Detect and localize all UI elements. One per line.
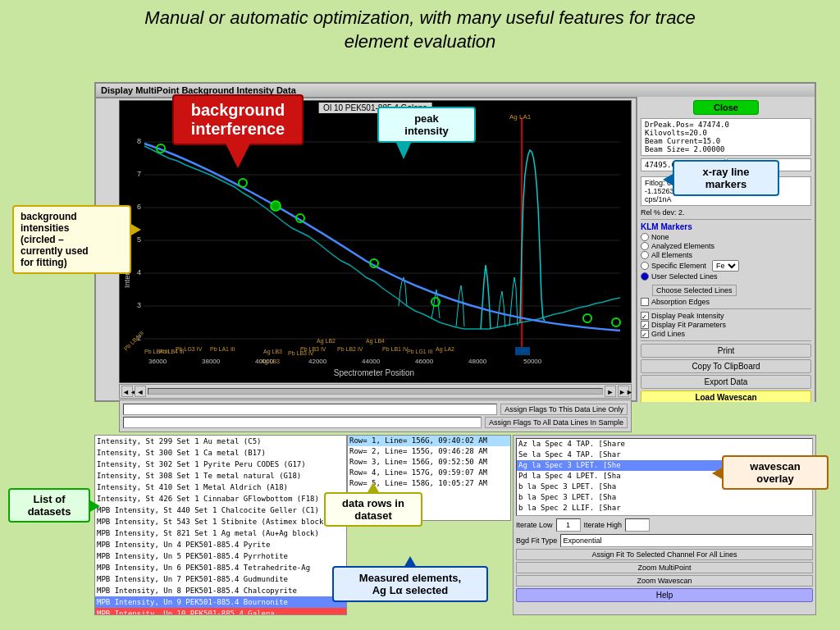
- flag-dropdown-1[interactable]: [123, 404, 497, 415]
- svg-text:44000: 44000: [362, 358, 381, 365]
- zoom-wavescan-button[interactable]: Zoom Wavescan: [516, 575, 813, 587]
- svg-text:36000: 36000: [148, 358, 167, 365]
- page-title: Manual or automatic optimization, with m…: [0, 0, 840, 57]
- callout-background-intensities: background intensities (circled – curren…: [12, 205, 131, 274]
- radio-all[interactable]: All Elements: [641, 251, 811, 259]
- svg-text:38000: 38000: [202, 358, 221, 365]
- scroll-track[interactable]: [148, 388, 603, 395]
- callout-background-interference: background interference: [172, 94, 304, 145]
- list-item[interactable]: Intensity, St 426 Set 1 Cinnabar GFlowbo…: [95, 493, 346, 504]
- list-item[interactable]: MPB Intensity, Un 10 PEK501-885.4 Galena: [95, 608, 346, 615]
- svg-text:Pb LB1 IV: Pb LB1 IV: [382, 346, 409, 352]
- iterate-low-input[interactable]: 1: [556, 518, 581, 532]
- svg-text:Spectrometer Position: Spectrometer Position: [334, 368, 414, 377]
- scroll-first[interactable]: ◄◄: [121, 386, 133, 397]
- svg-text:Pb LB2 IV: Pb LB2 IV: [337, 346, 363, 352]
- list-item[interactable]: Intensity, St 300 Set 1 Ca metal (B17): [95, 447, 346, 459]
- svg-text:6: 6: [137, 203, 141, 211]
- right-panel: Close DrPeak.Pos= 47474.0 Kilovolts=20.0…: [636, 97, 815, 402]
- scroll-next[interactable]: ►: [605, 386, 616, 397]
- wavescan-row[interactable]: Row= 1, Line= 156G, 09:40:02 AM: [348, 436, 510, 446]
- display-peak-checkbox[interactable]: Display Peak Intensity: [641, 312, 811, 320]
- flag-assign-area: Assign Flags To This Data Line Only Assi…: [119, 399, 632, 432]
- radio-user-lines[interactable]: User Selected Lines: [641, 272, 811, 281]
- svg-text:Ag LA1: Ag LA1: [509, 113, 532, 121]
- list-item[interactable]: MPB Intensity, St 543 Set 1 Stibnite (As…: [95, 516, 346, 527]
- svg-text:Pb LB4 III: Pb LB4 III: [159, 349, 185, 354]
- iterate-high-label: Iterate High: [584, 521, 623, 529]
- scroll-bar-area[interactable]: ◄◄ ◄ ► ►►: [119, 384, 632, 399]
- copy-button[interactable]: Copy To ClipBoard: [641, 359, 811, 373]
- assign-flag-all-button[interactable]: Assign Flags To All Data Lines In Sample: [485, 417, 628, 428]
- list-item[interactable]: Intensity, St 299 Set 1 Au metal (C5): [95, 436, 346, 447]
- list-item[interactable]: MPB Intensity, Un 6 PEK501-885.4 Tetrahe…: [95, 562, 346, 573]
- svg-point-17: [239, 179, 247, 187]
- svg-point-23: [271, 201, 281, 211]
- dataset-list[interactable]: Intensity, St 299 Set 1 Au metal (C5)Int…: [94, 435, 347, 615]
- wavescan-row[interactable]: Row= 2, Line= 155G, 09:46:28 AM: [348, 446, 510, 457]
- svg-text:42000: 42000: [308, 358, 327, 365]
- list-item[interactable]: MPB Intensity, Un 9 PEK501-885.4 Bournon…: [95, 596, 346, 608]
- radio-specific[interactable]: Specific Element Fe: [641, 260, 811, 272]
- elements-row[interactable]: Az la Spec 4 TAP. [Share: [517, 439, 812, 450]
- svg-text:Pb LG1 III: Pb LG1 III: [407, 349, 433, 354]
- callout-measured-elements: Measured elements, Ag Lα selected: [332, 566, 488, 602]
- svg-text:Pb LB3 IV: Pb LB3 IV: [288, 350, 314, 356]
- zoom-multipoint-button[interactable]: Zoom MultiPoint: [516, 562, 813, 573]
- svg-text:48000: 48000: [468, 358, 487, 365]
- list-item[interactable]: MPB Intensity, Un 7 PEK501-885.4 Gudmund…: [95, 573, 346, 585]
- iterate-high-input[interactable]: [625, 518, 650, 532]
- svg-rect-15: [515, 347, 530, 355]
- list-item[interactable]: MPB Intensity, Un 5 PEK501-885.4 Pyrrhot…: [95, 550, 346, 562]
- svg-point-22: [612, 318, 620, 326]
- absorption-edges-checkbox[interactable]: Absorption Edges: [641, 298, 811, 306]
- list-item[interactable]: MPB Intensity, St 821 Set 1 Ag metal (Au…: [95, 527, 346, 539]
- list-item[interactable]: Intensity, St 308 Set 1 Te metal natural…: [95, 470, 346, 482]
- flag-dropdown-2[interactable]: [123, 417, 482, 428]
- klm-title: KLM Markers: [641, 222, 811, 231]
- close-button[interactable]: Close: [693, 100, 759, 115]
- list-item[interactable]: MPB Intensity, Un 4 PEK501-885.4 Pyrite: [95, 539, 346, 550]
- svg-text:Ag LB3: Ag LB3: [263, 349, 282, 355]
- svg-text:50000: 50000: [523, 358, 542, 365]
- bgd-fit-dropdown[interactable]: Exponential: [560, 534, 813, 547]
- svg-text:3: 3: [137, 301, 141, 309]
- print-button[interactable]: Print: [641, 344, 811, 358]
- list-item[interactable]: Intensity, St 410 Set 1 Metal Aldrich (A…: [95, 482, 346, 493]
- list-item[interactable]: MPB Intensity, St 440 Set 1 Chalcocite G…: [95, 504, 346, 516]
- callout-wavescan-overlay: wavescan overlay: [722, 455, 829, 490]
- svg-text:4: 4: [137, 268, 141, 276]
- absorption-edges-check: [641, 298, 649, 306]
- scroll-prev[interactable]: ◄: [135, 386, 146, 397]
- display-fit-check: [641, 321, 649, 329]
- svg-text:Ag LB2: Ag LB2: [317, 338, 336, 345]
- radio-none-circle: [641, 233, 649, 241]
- choose-lines-button[interactable]: Choose Selected Lines: [652, 285, 737, 296]
- wavescan-row[interactable]: Row= 3, Line= 156G, 09:52:50 AM: [348, 457, 510, 468]
- elements-row[interactable]: b la Spec 3 LPET. [Sha: [517, 492, 812, 503]
- display-fit-checkbox[interactable]: Display Fit Parameters: [641, 321, 811, 329]
- svg-text:Ag LB4: Ag LB4: [366, 338, 385, 345]
- flag-row-1: Assign Flags To This Data Line Only: [123, 404, 628, 415]
- radio-user-circle: [641, 272, 649, 281]
- svg-point-21: [583, 314, 591, 322]
- callout-peak-intensity: peak intensity: [377, 107, 476, 143]
- export-button[interactable]: Export Data: [641, 375, 811, 389]
- svg-text:8: 8: [137, 137, 141, 145]
- list-item[interactable]: MPB Intensity, Un 8 PEK501-885.4 Chalcop…: [95, 585, 346, 596]
- svg-text:Pb LA1 III: Pb LA1 III: [210, 346, 235, 352]
- radio-analyzed[interactable]: Analyzed Elements: [641, 242, 811, 250]
- rel-dev: Rel % dev: 2.: [641, 208, 811, 217]
- load-wavescan-button[interactable]: Load Wavescan: [641, 390, 811, 402]
- assign-flag-line-button[interactable]: Assign Flags To This Data Line Only: [500, 404, 628, 415]
- grid-lines-check: [641, 330, 649, 338]
- assign-fit-button[interactable]: Assign Fit To Selected Channel For All L…: [516, 549, 813, 560]
- scroll-last[interactable]: ►►: [618, 386, 629, 397]
- elements-row[interactable]: b la Spec 2 LLIF. [Shar: [517, 503, 812, 514]
- grid-lines-checkbox[interactable]: Grid Lines: [641, 330, 811, 338]
- help-button[interactable]: Help: [516, 588, 813, 602]
- specific-element-select[interactable]: Fe: [712, 260, 739, 272]
- wavescan-row[interactable]: Row= 4, Line= 157G, 09:59:07 AM: [348, 468, 510, 478]
- list-item[interactable]: Intensity, St 302 Set 1 Pyrite Peru CODE…: [95, 459, 346, 470]
- radio-none[interactable]: None: [641, 233, 811, 241]
